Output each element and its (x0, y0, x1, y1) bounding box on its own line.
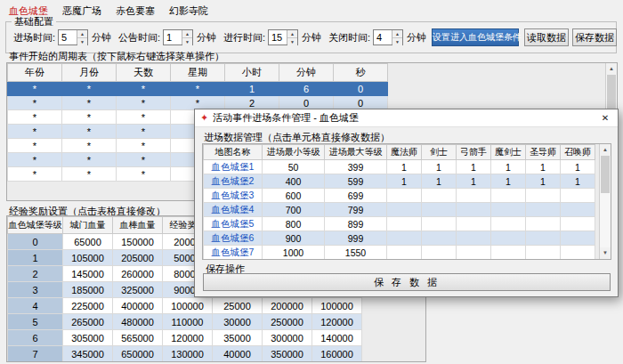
column-header[interactable]: 分钟 (279, 64, 334, 82)
column-header[interactable]: 弓箭手 (457, 145, 491, 160)
cell[interactable]: 120000 (312, 314, 362, 330)
cell[interactable] (387, 203, 422, 217)
cell[interactable]: 700 (263, 203, 325, 217)
cell[interactable]: 110000 (163, 314, 213, 330)
cell[interactable] (387, 231, 422, 246)
scrollbar-track[interactable] (600, 156, 611, 247)
cell[interactable]: 1 (457, 174, 491, 189)
cell[interactable] (422, 231, 457, 246)
cell[interactable]: * (62, 82, 117, 96)
cell[interactable]: 6 (279, 82, 334, 96)
cell[interactable] (491, 217, 526, 231)
cell[interactable]: 1000 (263, 246, 325, 260)
cell[interactable]: 50 (263, 160, 325, 174)
cell[interactable]: 1 (8, 250, 63, 266)
cell[interactable]: * (62, 110, 117, 125)
cell[interactable] (457, 217, 491, 231)
cell[interactable]: * (117, 82, 171, 96)
cell[interactable] (526, 246, 561, 260)
cell[interactable]: 1 (526, 160, 561, 174)
cell[interactable]: * (8, 139, 62, 153)
cell[interactable]: * (117, 167, 171, 182)
close-icon[interactable]: ✕ (593, 113, 618, 123)
cell[interactable] (491, 203, 526, 217)
cell[interactable]: * (8, 167, 62, 182)
column-header[interactable]: 剑士 (422, 145, 457, 160)
spin-down-icon[interactable]: ▼ (287, 37, 297, 45)
cell[interactable]: 899 (325, 217, 387, 231)
cell[interactable] (561, 203, 595, 217)
cell[interactable] (526, 217, 561, 231)
cell[interactable]: 200000 (263, 298, 312, 314)
cell[interactable]: 105000 (63, 250, 113, 266)
cell[interactable]: 1 (457, 160, 491, 174)
cell[interactable]: * (62, 96, 117, 110)
cell[interactable]: 145000 (63, 266, 113, 282)
cell[interactable]: 140000 (312, 330, 362, 346)
scroll-up-icon[interactable]: ▲ (600, 144, 611, 156)
cell[interactable] (387, 246, 422, 260)
scrollbar-thumb[interactable] (607, 75, 616, 112)
cell[interactable] (491, 246, 526, 260)
spin-down-icon[interactable]: ▼ (77, 37, 87, 45)
cell[interactable]: 400 (263, 174, 325, 189)
scroll-up-icon[interactable]: ▲ (606, 63, 617, 75)
cell[interactable]: 900 (263, 231, 325, 246)
cell[interactable]: 1 (225, 82, 279, 96)
spin-up-icon[interactable]: ▲ (392, 30, 402, 37)
cell[interactable] (422, 246, 457, 260)
cell[interactable]: 565000 (113, 330, 163, 346)
cell[interactable]: 120000 (163, 330, 213, 346)
cell[interactable]: 400000 (113, 298, 163, 314)
cell[interactable]: 1 (422, 174, 457, 189)
cell[interactable]: 399 (325, 160, 387, 174)
cell[interactable]: * (117, 153, 171, 167)
cell[interactable]: 185000 (63, 282, 113, 298)
cell[interactable]: 1550 (325, 246, 387, 260)
cell[interactable] (457, 231, 491, 246)
dialog-titlebar[interactable]: ✦ 活动事件进场条件管理 - 血色城堡 ✕ (195, 109, 618, 127)
cell[interactable]: * (62, 139, 117, 153)
cell[interactable]: * (8, 96, 62, 110)
cell[interactable] (561, 231, 595, 246)
cell[interactable]: 1 (422, 160, 457, 174)
cell[interactable] (457, 203, 491, 217)
column-header[interactable]: 进场最小等级 (263, 145, 325, 160)
cell[interactable] (387, 217, 422, 231)
cell[interactable]: * (117, 125, 171, 139)
cell[interactable]: 65000 (63, 234, 113, 250)
cell[interactable]: 350000 (263, 346, 312, 362)
column-header[interactable]: 魔法师 (387, 145, 422, 160)
tab-devil-square[interactable]: 恶魔广场 (62, 4, 101, 18)
cell[interactable]: 1 (561, 160, 595, 174)
column-header[interactable]: 小时 (225, 64, 279, 82)
cell[interactable]: 1 (526, 174, 561, 189)
cell[interactable] (422, 217, 457, 231)
cell[interactable]: * (62, 153, 117, 167)
cell[interactable] (526, 189, 561, 203)
cell[interactable]: * (8, 153, 62, 167)
cell[interactable]: 6 (8, 330, 63, 346)
tab-crimson-fortress[interactable]: 赤色要塞 (116, 4, 155, 18)
cell[interactable]: * (117, 96, 171, 110)
cell[interactable]: 699 (325, 189, 387, 203)
column-header[interactable]: 城门血量 (63, 217, 113, 234)
cell[interactable]: * (171, 82, 225, 96)
cell[interactable]: * (8, 110, 62, 125)
cell[interactable]: 800 (263, 217, 325, 231)
cell[interactable]: 799 (325, 203, 387, 217)
cell[interactable] (561, 246, 595, 260)
tab-illusion-temple[interactable]: 幻影寺院 (169, 4, 208, 18)
column-header[interactable]: 魔剑士 (491, 145, 526, 160)
duration-time-input[interactable] (269, 30, 287, 44)
cell[interactable]: 999 (325, 231, 387, 246)
column-header[interactable]: 年份 (8, 64, 62, 82)
cell[interactable]: 血色城堡5 (204, 217, 263, 231)
cell[interactable]: 血色城堡2 (204, 174, 263, 189)
cell[interactable]: 650000 (113, 346, 163, 362)
cell[interactable]: 25000 (213, 298, 263, 314)
cell[interactable]: 325000 (113, 282, 163, 298)
cell[interactable] (457, 246, 491, 260)
cell[interactable] (526, 203, 561, 217)
close-time-input[interactable] (374, 30, 392, 44)
